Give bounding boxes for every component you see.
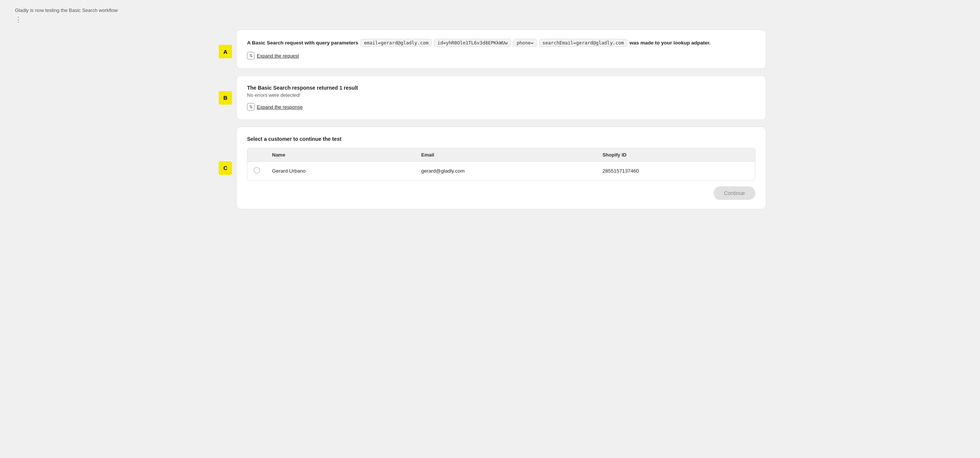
param-tag-0: email=gerard@gladly.com [361,39,432,47]
expand-request-icon: ⇅ [247,52,255,59]
table-row[interactable]: Gerard Urbano gerard@gladly.com 28551571… [247,162,755,180]
param-tag-3: searchEmail=gerard@gladly.com [539,39,627,47]
customer-shopify-id: 2855157137460 [597,162,755,180]
select-customer-title: Select a customer to continue the test [247,136,755,142]
request-suffix: was made to your lookup adpater. [630,40,711,46]
card-b: B The Basic Search response returned 1 r… [236,75,766,120]
col-name: Name [266,148,415,162]
three-dots-menu[interactable]: ⋮ [15,15,965,24]
col-radio [247,148,266,162]
badge-b: B [219,91,232,105]
col-shopify-id: Shopify ID [597,148,755,162]
badge-a: A [219,45,232,58]
expand-response-row[interactable]: ⇅ Expand the response [247,103,755,110]
card-a: A A Basic Search request with query para… [236,30,766,69]
workflow-status-text: Gladly is now testing the Basic Search w… [15,8,965,13]
badge-c: C [219,161,232,175]
request-prefix: A Basic Search request with query parame… [247,40,358,46]
continue-row: Continue [247,187,755,200]
table-header-row: Name Email Shopify ID [247,148,755,162]
response-subtitle: No errors were detected! [247,92,755,98]
customer-name: Gerard Urbano [266,162,415,180]
radio-button[interactable] [253,167,260,174]
expand-response-icon: ⇅ [247,103,255,110]
expand-response-link[interactable]: Expand the response [257,104,303,110]
request-line: A Basic Search request with query parame… [247,39,755,47]
continue-button[interactable]: Continue [714,187,755,200]
customer-email: gerard@gladly.com [415,162,597,180]
col-email: Email [415,148,597,162]
response-title: The Basic Search response returned 1 res… [247,85,755,91]
customer-table-wrap: Name Email Shopify ID Gerard Urbano gera… [247,148,755,180]
customer-table: Name Email Shopify ID Gerard Urbano gera… [247,148,755,180]
param-tag-2: phone= [513,39,537,47]
expand-request-link[interactable]: Expand the request [257,53,299,59]
param-tag-1: id=yhR0Ole1TL6v3d8EPKkWUw [434,39,511,47]
expand-request-row[interactable]: ⇅ Expand the request [247,52,755,59]
radio-cell[interactable] [247,162,266,180]
card-c: C Select a customer to continue the test… [236,127,766,209]
